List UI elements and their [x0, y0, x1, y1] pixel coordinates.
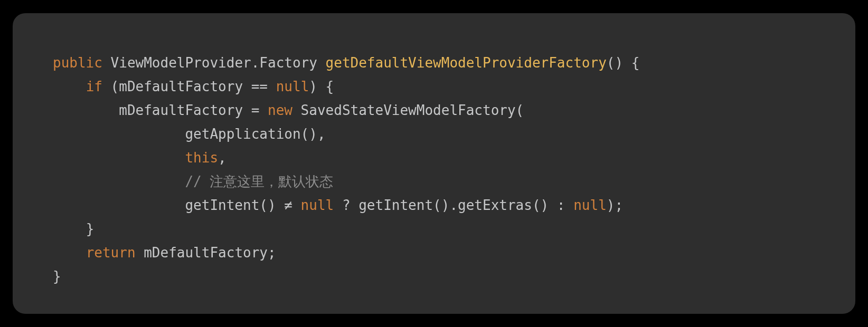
type-name: ViewModelProvider.Factory — [111, 55, 317, 71]
punct: () { — [607, 55, 640, 71]
indent — [53, 221, 86, 237]
code-line-9: return mDefaultFactory; — [53, 241, 815, 265]
brace-close: } — [53, 268, 61, 284]
indent — [53, 150, 185, 166]
condition-open: (mDefaultFactory == — [102, 79, 276, 94]
code-line-10: } — [53, 265, 815, 288]
null-literal: null — [573, 197, 607, 213]
condition-close: ) { — [309, 79, 334, 94]
code-line-3: mDefaultFactory = new SavedStateViewMode… — [53, 99, 815, 122]
null-literal: null — [276, 79, 309, 94]
code-line-6: // 注意这里，默认状态 — [53, 170, 815, 194]
keyword-this: this — [185, 150, 218, 166]
indent — [53, 126, 185, 142]
comma: , — [218, 150, 227, 166]
code-line-4: getApplication(), — [53, 122, 815, 146]
brace-close: } — [86, 221, 95, 237]
code-line-2: if (mDefaultFactory == null) { — [53, 75, 815, 99]
keyword-if: if — [86, 79, 102, 94]
keyword-return: return — [86, 245, 136, 261]
indent — [53, 79, 86, 94]
code-line-7: getIntent() ≠ null ? getIntent().getExtr… — [53, 194, 815, 217]
ternary-close: ); — [607, 197, 623, 213]
return-value: mDefaultFactory; — [136, 245, 276, 261]
code-line-1: public ViewModelProvider.Factory getDefa… — [53, 51, 815, 75]
comment: // 注意这里，默认状态 — [185, 174, 333, 189]
indent — [53, 174, 185, 189]
arg-get-application: getApplication(), — [185, 126, 325, 142]
constructor-name: SavedStateViewModelFactory( — [293, 102, 524, 118]
ternary-part1: getIntent() ≠ — [185, 197, 300, 213]
indent — [53, 197, 185, 213]
keyword-new: new — [268, 102, 293, 118]
null-literal: null — [301, 197, 334, 213]
indent — [53, 245, 86, 261]
code-block: public ViewModelProvider.Factory getDefa… — [13, 13, 855, 314]
ternary-part2: ? getIntent().getExtras() : — [334, 197, 573, 213]
method-name: getDefaultViewModelProviderFactory — [326, 55, 607, 71]
assignment: mDefaultFactory = — [119, 102, 268, 118]
keyword-public: public — [53, 55, 102, 71]
code-line-5: this, — [53, 146, 815, 170]
code-line-8: } — [53, 217, 815, 241]
indent — [53, 102, 119, 118]
